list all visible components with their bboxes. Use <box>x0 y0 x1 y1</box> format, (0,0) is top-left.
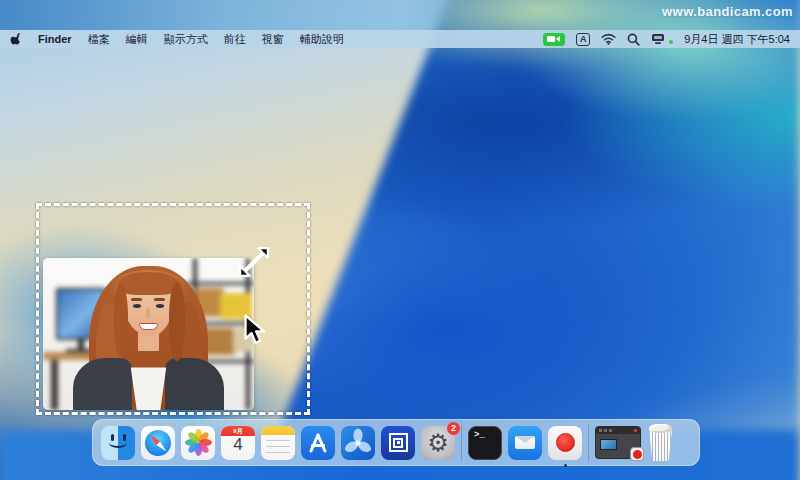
dock-photos-icon[interactable] <box>181 426 215 460</box>
apple-icon <box>10 32 22 46</box>
input-source-indicator[interactable]: A <box>576 33 590 46</box>
dock-screen-recorder-icon[interactable] <box>548 426 582 460</box>
dock-finder-icon[interactable] <box>101 426 135 460</box>
dock-divider <box>461 425 462 461</box>
apple-menu[interactable] <box>10 32 22 46</box>
dock-mail-icon[interactable] <box>508 426 542 460</box>
window-titlebar <box>596 427 640 434</box>
dock-minimized-window-thumbnail[interactable] <box>595 426 641 459</box>
trash-paper <box>649 424 672 433</box>
menu-edit[interactable]: 編輯 <box>126 32 148 47</box>
dock-pinwheel-app-icon[interactable] <box>341 426 375 460</box>
desktop: www.bandicam.com Finder 檔案 編輯 顯示方式 前往 視窗… <box>0 0 800 480</box>
trash-basket <box>647 431 674 461</box>
bandicam-watermark: www.bandicam.com <box>662 4 793 19</box>
dock-notes-icon[interactable] <box>261 426 295 460</box>
mouse-cursor <box>243 314 267 346</box>
dock-appstore-icon[interactable] <box>301 426 335 460</box>
dock-settings-icon[interactable]: ⚙ 2 <box>421 426 455 460</box>
menu-window[interactable]: 視窗 <box>262 32 284 47</box>
dock-bandicam-icon[interactable] <box>381 426 415 460</box>
window-preview-image <box>600 439 617 450</box>
menu-go[interactable]: 前往 <box>224 32 246 47</box>
menu-view[interactable]: 顯示方式 <box>164 32 208 47</box>
record-dot-icon <box>556 433 575 452</box>
menu-help[interactable]: 輔助說明 <box>300 32 344 47</box>
appstore-a-glyph <box>301 426 335 460</box>
menu-bar: Finder 檔案 編輯 顯示方式 前往 視窗 輔助說明 A <box>0 30 800 48</box>
window-record-badge <box>630 447 644 461</box>
camera-body <box>547 36 555 42</box>
wifi-icon[interactable] <box>601 33 616 45</box>
dock-terminal-icon[interactable]: >_ <box>468 426 502 460</box>
camera-lens <box>556 36 560 42</box>
user-switch-icon[interactable] <box>651 33 665 45</box>
menu-app-name[interactable]: Finder <box>38 33 72 45</box>
bandicam-squares-glyph <box>389 433 408 452</box>
calendar-day: 4 <box>221 435 255 455</box>
dock-divider <box>588 425 589 461</box>
gear-icon: ⚙ <box>427 429 449 457</box>
screen-recording-camera-icon[interactable] <box>543 33 565 46</box>
settings-badge: 2 <box>447 422 460 435</box>
dock-calendar-icon[interactable]: 9月 4 <box>221 426 255 460</box>
spotlight-search-icon[interactable] <box>627 33 640 46</box>
dock-safari-icon[interactable] <box>141 426 175 460</box>
envelope-icon <box>515 436 535 450</box>
dock-trash-icon[interactable] <box>647 424 674 461</box>
dock: 9月 4 <box>92 419 700 466</box>
menu-clock[interactable]: 9月4日 週四 下午5:04 <box>684 32 790 47</box>
pinwheel-glyph <box>341 426 375 460</box>
window-record-indicator <box>634 429 637 432</box>
terminal-prompt-glyph: >_ <box>474 430 485 440</box>
resize-arrow-icon[interactable] <box>238 246 270 278</box>
capture-selection-region[interactable] <box>36 203 310 415</box>
status-green-dot <box>669 40 673 44</box>
menu-file[interactable]: 檔案 <box>88 32 110 47</box>
